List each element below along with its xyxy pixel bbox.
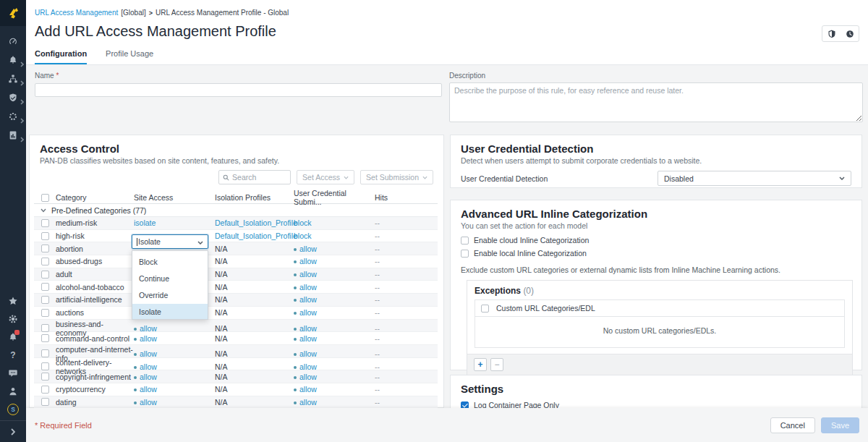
set-access-button[interactable]: Set Access [297,170,354,184]
sidebar-item-reports[interactable] [0,129,26,140]
row-checkbox[interactable] [41,232,49,240]
site-access-value[interactable]: allow [134,398,157,407]
category-table-header: Category Site Access Isolation Profiles … [34,189,438,204]
user-credential-value[interactable]: block [294,218,312,227]
user-credential-value[interactable]: allow [294,308,317,317]
set-submission-button[interactable]: Set Submission [360,170,433,184]
enable-cloud-checkbox[interactable] [461,237,469,245]
tab-profile-usage[interactable]: Profile Usage [106,49,153,64]
user-credential-value[interactable]: allow [294,245,317,253]
dropdown-option[interactable]: Override [132,287,208,304]
enable-cloud-row: Enable cloud Inline Categorization [461,236,851,245]
breadcrumb: URL Access Management [Global] > URL Acc… [35,9,289,17]
sidebar-item-feedback[interactable] [0,367,26,378]
site-access-value[interactable]: allow [134,324,157,333]
site-access-value[interactable]: allow [134,373,157,381]
breadcrumb-link[interactable]: URL Access Management [35,9,118,17]
dropdown-option[interactable]: Continue [132,271,208,287]
site-access-options-list: AllowBlockContinueOverrideIsolate [132,250,208,320]
row-checkbox[interactable] [41,283,49,291]
save-button[interactable]: Save [821,417,859,433]
add-exception-button[interactable]: + [474,358,487,371]
cancel-button[interactable]: Cancel [770,417,815,433]
isolation-profile-cell: N/A [215,398,294,407]
user-credential-value[interactable]: block [294,231,312,240]
sidebar-item-help[interactable]: ? [0,349,26,360]
row-checkbox[interactable] [41,271,49,279]
access-control-subtitle: PAN-DB classifies websites based on site… [40,156,433,165]
row-checkbox[interactable] [41,362,49,370]
user-credential-value[interactable]: allow [294,349,317,358]
isolation-profile-cell: Default_Isolation_Profile [215,218,294,227]
sidebar-nav-bottom: ? S [0,295,26,420]
tab-configuration[interactable]: Configuration [35,49,87,64]
site-access-cell: allow [134,349,215,358]
user-credential-detection-subtitle: Detect when users attempt to submit corp… [461,156,851,165]
chevron-down-icon [197,241,203,245]
row-checkbox[interactable] [41,398,49,406]
site-access-combobox[interactable]: Isolate [132,234,208,249]
user-credential-value[interactable]: allow [294,257,317,265]
row-checkbox[interactable] [41,296,49,304]
avatar: S [7,404,19,415]
sidebar-item-services[interactable] [0,111,26,122]
sidebar-item-account[interactable] [0,386,26,396]
user-credential-cell: allow [294,349,375,358]
user-credential-value[interactable]: allow [294,334,317,343]
row-checkbox[interactable] [41,373,49,381]
row-checkbox[interactable] [41,334,49,342]
site-access-value[interactable]: allow [134,362,157,371]
app-logo[interactable] [0,0,26,26]
alerts-bell-icon [8,55,18,65]
name-input[interactable] [35,83,442,97]
user-credential-value[interactable]: allow [294,385,317,394]
sidebar-nav-top [0,35,26,140]
isolation-profile-value[interactable]: Default_Isolation_Profile [215,231,297,240]
status-dot [294,299,297,302]
row-checkbox[interactable] [41,309,49,317]
site-access-value[interactable]: allow [134,334,157,343]
row-checkbox[interactable] [41,245,49,252]
row-checkbox[interactable] [41,386,49,394]
sidebar-expand-button[interactable] [0,420,26,442]
history-button[interactable] [841,26,859,41]
user-credential-value[interactable]: allow [294,283,317,292]
enable-local-checkbox[interactable] [461,250,469,258]
exceptions-select-all-checkbox[interactable] [481,305,489,313]
sidebar-item-settings[interactable] [0,313,26,324]
user-credential-value[interactable]: allow [294,362,317,371]
user-credential-value[interactable]: allow [294,270,317,279]
isolation-profile-value[interactable]: Default_Isolation_Profile [215,218,297,227]
sidebar-item-dashboard[interactable] [0,35,26,46]
sidebar-item-avatar[interactable]: S [0,404,26,415]
description-input[interactable] [449,82,863,122]
hits-value: -- [375,283,438,292]
row-checkbox[interactable] [41,324,49,332]
sidebar-item-notifications[interactable] [0,331,26,342]
category-row: alcohol-and-tobaccoN/Aallow-- [34,281,438,294]
user-credential-value[interactable]: allow [294,295,317,304]
site-access-value[interactable]: allow [134,349,157,358]
footer-bar: * Required Field Cancel Save [26,408,868,442]
dropdown-option[interactable]: Isolate [132,304,208,320]
site-access-value[interactable]: allow [134,385,157,394]
user-credential-detection-select[interactable]: Disabled [658,171,851,186]
row-checkbox[interactable] [41,219,49,227]
sidebar-item-network[interactable] [0,73,26,84]
sidebar-item-alerts[interactable] [0,54,26,65]
category-name: alcohol-and-tobacco [56,283,134,292]
compare-button[interactable] [822,26,841,41]
remove-exception-button[interactable]: − [490,358,503,371]
user-credential-value[interactable]: allow [294,398,317,407]
category-group-row[interactable]: Pre-Defined Categories (77) [34,204,438,217]
search-input[interactable] [232,173,283,182]
row-checkbox[interactable] [41,349,49,357]
site-access-value[interactable]: isolate [134,218,156,227]
sidebar-item-favorites[interactable] [0,295,26,306]
user-credential-value[interactable]: allow [294,324,317,333]
user-credential-value[interactable]: allow [294,373,317,381]
row-checkbox[interactable] [41,258,49,265]
sidebar-item-security[interactable] [0,92,26,103]
dropdown-option[interactable]: Block [132,254,208,271]
select-all-checkbox[interactable] [41,194,49,202]
